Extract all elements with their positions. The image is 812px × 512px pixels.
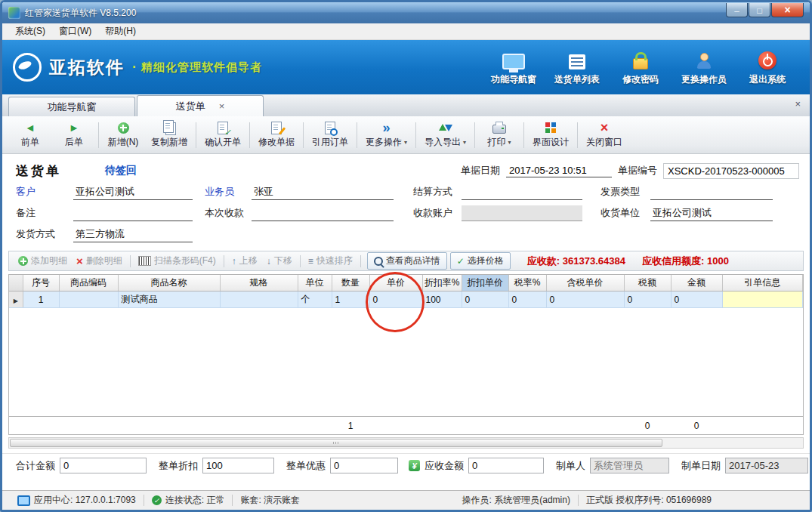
doc-date-value[interactable]: 2017-05-23 10:51 bbox=[506, 164, 612, 177]
total-amount-field bbox=[60, 458, 147, 473]
cell-product-name[interactable]: 测试商品 bbox=[118, 291, 220, 308]
payment-field[interactable] bbox=[252, 205, 394, 221]
close-button[interactable] bbox=[771, 3, 804, 17]
col-product-name[interactable]: 商品名称 bbox=[118, 275, 220, 291]
move-down-button[interactable]: 下移 bbox=[262, 253, 297, 269]
button-label: 更多操作 bbox=[366, 136, 407, 149]
col-product-code[interactable]: 商品编码 bbox=[59, 275, 118, 291]
invoice-type-label: 发票类型 bbox=[601, 185, 650, 199]
col-unit-price[interactable]: 单价 bbox=[369, 275, 422, 291]
view-product-detail-button[interactable]: 查看商品详情 bbox=[367, 252, 447, 270]
brand-name: 亚拓软件 bbox=[49, 56, 125, 79]
col-tax-rate[interactable]: 税率% bbox=[508, 275, 546, 291]
close-icon bbox=[784, 4, 790, 16]
cell-discount-rate[interactable]: 100 bbox=[422, 291, 462, 308]
copy-icon bbox=[163, 120, 174, 133]
prev-doc-button[interactable]: 前单 bbox=[8, 120, 52, 150]
col-price-with-tax[interactable]: 含税单价 bbox=[546, 275, 624, 291]
move-up-button[interactable]: 上移 bbox=[227, 253, 262, 269]
close-window-button[interactable]: 关闭窗口 bbox=[580, 120, 628, 150]
cell-unit-price[interactable]: 0 bbox=[369, 291, 422, 308]
add-detail-button[interactable]: 添加明细 bbox=[14, 253, 72, 269]
tab-close-icon[interactable] bbox=[219, 101, 225, 111]
copy-new-button[interactable]: 复制新增 bbox=[145, 120, 193, 150]
salesman-field[interactable] bbox=[252, 184, 394, 200]
col-ref-info[interactable]: 引单信息 bbox=[722, 275, 803, 291]
exit-system-button[interactable]: 退出系统 bbox=[736, 48, 799, 86]
edit-doc-button[interactable]: 修改单据 bbox=[252, 120, 301, 150]
invoice-type-field[interactable] bbox=[650, 184, 773, 200]
cell-spec[interactable] bbox=[220, 291, 298, 308]
sort-icon bbox=[308, 257, 313, 266]
menu-help[interactable]: 帮助(H) bbox=[98, 23, 143, 39]
button-label: 扫描条形码(F4) bbox=[154, 254, 216, 267]
more-actions-button[interactable]: 更多操作 bbox=[360, 120, 413, 150]
minimize-button[interactable] bbox=[726, 3, 748, 17]
col-unit[interactable]: 单位 bbox=[298, 275, 332, 291]
cell-qty[interactable]: 1 bbox=[332, 291, 369, 308]
nav-window-button[interactable]: 功能导航窗 bbox=[482, 48, 545, 86]
confirm-button[interactable]: 确认开单 bbox=[199, 120, 247, 150]
col-amount[interactable]: 金额 bbox=[671, 275, 722, 291]
maximize-icon bbox=[757, 4, 762, 16]
scan-barcode-button[interactable]: 扫描条形码(F4) bbox=[134, 253, 221, 269]
cell-discount-price[interactable]: 0 bbox=[462, 291, 508, 308]
col-spec[interactable]: 规格 bbox=[220, 275, 298, 291]
horizontal-scrollbar[interactable] bbox=[8, 437, 804, 449]
account-field bbox=[462, 205, 582, 221]
quick-sort-button[interactable]: 快速排序 bbox=[304, 253, 357, 269]
order-list-button[interactable]: 送货单列表 bbox=[545, 48, 609, 86]
maker-label: 制单人 bbox=[556, 459, 585, 473]
button-label: 新增(N) bbox=[108, 136, 139, 149]
tab-delivery-order[interactable]: 送货单 bbox=[137, 95, 264, 116]
col-discount-price[interactable]: 折扣单价 bbox=[462, 275, 508, 291]
total-amount-label: 合计金额 bbox=[16, 459, 55, 473]
cell-ref-info[interactable] bbox=[722, 291, 803, 308]
new-button[interactable]: 新增(N) bbox=[101, 120, 145, 150]
maker-field bbox=[590, 458, 669, 473]
col-qty[interactable]: 数量 bbox=[332, 275, 369, 291]
detail-separator bbox=[224, 255, 224, 267]
col-seq[interactable]: 序号 bbox=[23, 275, 59, 291]
document-area: 送货单 待签回 单据日期 2017-05-23 10:51 单据编号 XSCKD… bbox=[2, 154, 810, 490]
doc-off-field[interactable] bbox=[330, 458, 398, 473]
cell-product-code[interactable] bbox=[59, 291, 118, 308]
col-tax[interactable]: 税额 bbox=[624, 275, 671, 291]
button-label: 删除明细 bbox=[86, 254, 122, 267]
print-button[interactable]: 打印 bbox=[477, 120, 521, 150]
next-doc-button[interactable]: 后单 bbox=[52, 120, 96, 150]
ref-order-button[interactable]: 引用订单 bbox=[306, 120, 354, 150]
cell-amount[interactable]: 0 bbox=[671, 291, 722, 308]
tabstrip-close-icon[interactable] bbox=[795, 99, 801, 109]
import-export-button[interactable]: 导入导出 bbox=[418, 120, 472, 150]
receiver-field[interactable] bbox=[650, 205, 773, 221]
maximize-button[interactable] bbox=[749, 3, 770, 17]
cell-seq[interactable]: 1 bbox=[23, 291, 59, 308]
delete-detail-button[interactable]: 删除明细 bbox=[72, 253, 127, 269]
switch-operator-button[interactable]: 更换操作员 bbox=[672, 48, 736, 86]
ship-method-field[interactable] bbox=[73, 227, 193, 242]
form-row-2: 备注 本次收款 收款账户 收货单位 bbox=[2, 202, 810, 224]
customer-field[interactable] bbox=[73, 184, 193, 200]
ui-design-button[interactable]: 界面设计 bbox=[526, 120, 575, 150]
total-amount-group: 合计金额 bbox=[16, 458, 147, 473]
doc-discount-field[interactable] bbox=[202, 458, 274, 473]
cell-tax[interactable]: 0 bbox=[624, 291, 671, 308]
select-price-button[interactable]: 选择价格 bbox=[450, 252, 511, 270]
col-discount-rate[interactable]: 折扣率% bbox=[422, 275, 462, 291]
menu-window[interactable]: 窗口(W) bbox=[52, 23, 98, 39]
doc-no-value[interactable]: XSCKD-20170523-000005 bbox=[663, 163, 799, 179]
menu-system[interactable]: 系统(S) bbox=[8, 23, 52, 39]
cell-tax-rate[interactable]: 0 bbox=[508, 291, 546, 308]
plus-icon bbox=[118, 122, 129, 134]
cell-unit[interactable]: 个 bbox=[298, 291, 332, 308]
change-password-button[interactable]: 修改密码 bbox=[609, 48, 672, 86]
table-row[interactable]: 1 测试商品 个 1 0 100 0 0 0 0 0 bbox=[9, 291, 803, 308]
items-grid: 序号 商品编码 商品名称 规格 单位 数量 单价 折扣率% 折扣单价 税率% 含… bbox=[8, 274, 804, 435]
button-label: 前单 bbox=[21, 136, 39, 149]
cell-price-with-tax[interactable]: 0 bbox=[546, 291, 624, 308]
scrollbar-thumb[interactable] bbox=[10, 439, 662, 447]
settlement-field[interactable] bbox=[462, 184, 582, 200]
tab-nav-window[interactable]: 功能导航窗 bbox=[8, 97, 135, 116]
remark-field[interactable] bbox=[73, 205, 193, 221]
